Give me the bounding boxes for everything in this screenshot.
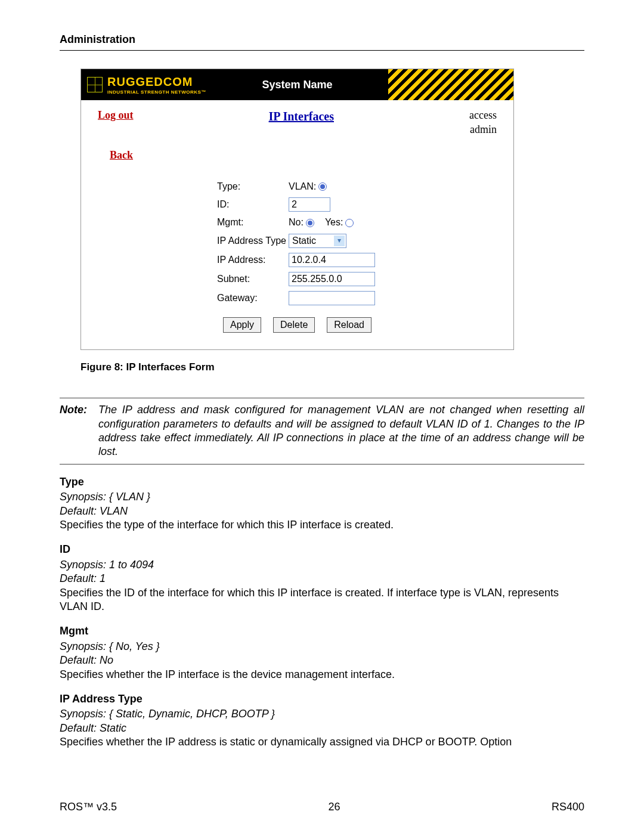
param-mgmt-default: Default: No xyxy=(60,654,584,667)
ruggedcom-logo: RUGGEDCOM INDUSTRIAL STRENGTH NETWORKS™ xyxy=(81,69,206,100)
note-top-rule xyxy=(60,398,584,398)
logo-name: RUGGEDCOM xyxy=(107,74,206,89)
figure-caption: Figure 8: IP Interfaces Form xyxy=(80,361,584,374)
ip-interfaces-link[interactable]: IP Interfaces xyxy=(269,109,334,124)
param-iptype-title: IP Address Type xyxy=(60,692,584,706)
id-label: ID: xyxy=(217,199,289,211)
subnet-label: Subnet: xyxy=(217,273,289,286)
param-type-synopsis: Synopsis: { VLAN } xyxy=(60,490,584,504)
access-level: access admin xyxy=(469,109,497,137)
param-mgmt-title: Mgmt xyxy=(60,624,584,638)
ip-address-input[interactable] xyxy=(289,253,375,267)
gateway-label: Gateway: xyxy=(217,292,289,305)
mgmt-no-radio[interactable] xyxy=(306,219,314,227)
ip-address-type-select[interactable]: Static ▾ xyxy=(289,234,346,248)
apply-button[interactable]: Apply xyxy=(223,317,261,333)
param-type-default: Default: VLAN xyxy=(60,504,584,518)
param-type-desc: Specifies the type of the interface for … xyxy=(60,518,584,532)
system-name-title: System Name xyxy=(206,69,388,100)
mgmt-label: Mgmt: xyxy=(217,216,289,229)
logo-tagline: INDUSTRIAL STRENGTH NETWORKS™ xyxy=(107,89,206,95)
mgmt-yes-radio[interactable] xyxy=(345,219,354,227)
param-mgmt-desc: Specifies whether the IP interface is th… xyxy=(60,668,584,682)
reload-button[interactable]: Reload xyxy=(327,317,371,333)
divider xyxy=(60,50,584,51)
footer-left: ROS™ v3.5 xyxy=(60,800,117,814)
footer-right: RS400 xyxy=(552,800,584,814)
type-vlan-text: VLAN: xyxy=(289,181,316,193)
mgmt-yes-text: Yes: xyxy=(325,216,343,229)
param-id-title: ID xyxy=(60,543,584,556)
ip-interfaces-form: Type: VLAN: ID: Mgmt: No: Yes: xyxy=(217,181,497,306)
param-iptype-desc: Specifies whether the IP address is stat… xyxy=(60,735,584,749)
gateway-input[interactable] xyxy=(289,291,375,305)
footer-center: 26 xyxy=(328,800,340,814)
note-bottom-rule xyxy=(60,464,584,465)
page-section-title: Administration xyxy=(60,33,584,47)
param-id-default: Default: 1 xyxy=(60,572,584,586)
note-label: Note: xyxy=(60,403,98,459)
header-stripes xyxy=(388,69,513,100)
param-id-desc: Specifies the ID of the interface for wh… xyxy=(60,586,584,614)
back-link[interactable]: Back xyxy=(110,149,133,161)
id-input[interactable] xyxy=(289,197,330,212)
param-iptype-synopsis: Synopsis: { Static, Dynamic, DHCP, BOOTP… xyxy=(60,707,584,721)
param-type-title: Type xyxy=(60,475,584,489)
chevron-down-icon: ▾ xyxy=(334,236,345,246)
ip-address-type-value: Static xyxy=(289,235,333,247)
logout-link[interactable]: Log out xyxy=(98,109,134,122)
note-text: The IP address and mask configured for m… xyxy=(98,403,584,459)
param-mgmt-synopsis: Synopsis: { No, Yes } xyxy=(60,640,584,654)
logo-icon xyxy=(87,77,103,92)
param-iptype-default: Default: Static xyxy=(60,721,584,735)
type-vlan-radio[interactable] xyxy=(318,182,327,191)
mgmt-no-text: No: xyxy=(289,216,304,229)
ip-address-label: IP Address: xyxy=(217,254,289,267)
param-id-synopsis: Synopsis: 1 to 4094 xyxy=(60,558,584,572)
subnet-input[interactable] xyxy=(289,272,375,286)
delete-button[interactable]: Delete xyxy=(273,317,315,333)
type-label: Type: xyxy=(217,181,289,193)
ip-address-type-label: IP Address Type xyxy=(217,235,289,247)
ip-interfaces-screenshot: RUGGEDCOM INDUSTRIAL STRENGTH NETWORKS™ … xyxy=(80,69,514,350)
